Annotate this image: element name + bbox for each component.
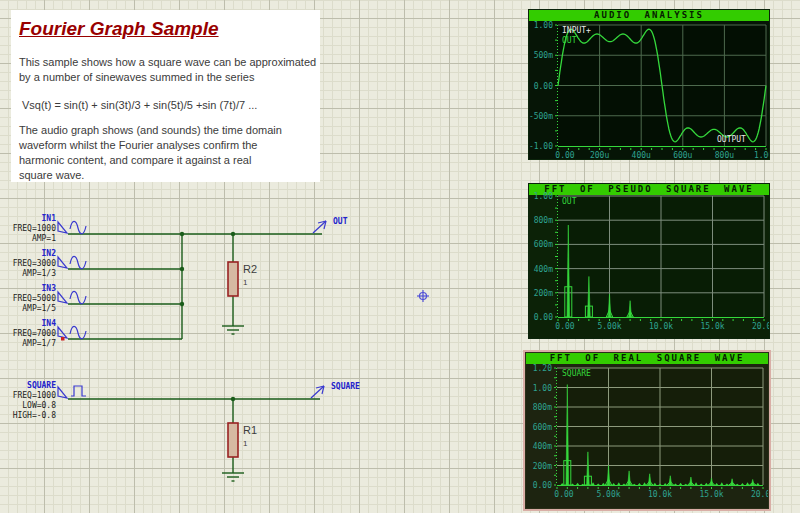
svg-text:5.00k: 5.00k [597,322,621,331]
svg-text:400u: 400u [632,151,651,159]
sine-wave-icon [70,326,86,338]
svg-text:20.0k: 20.0k [752,322,769,331]
svg-text:400m: 400m [533,442,552,451]
generator-icon-in3[interactable] [58,291,86,303]
generator-param: FREQ=1000 [1,391,56,401]
resistor-body[interactable] [228,423,238,457]
generator-label-in1[interactable]: IN1FREQ=1000AMP=1 [1,214,56,244]
svg-text:800m: 800m [533,403,552,412]
square-wave-icon [71,386,86,396]
schematic-canvas[interactable]: Fourier Graph Sample This sample shows h… [0,0,800,513]
generator-icon-in1[interactable] [58,221,86,233]
generator-label-in2[interactable]: IN2FREQ=3000AMP=1/3 [1,249,56,279]
graph-legend: OUTPUT [717,135,746,144]
svg-text:1.00m: 1.00m [754,151,769,159]
svg-text:800m: 800m [534,216,553,225]
svg-text:0.00: 0.00 [555,151,574,159]
generator-param: AMP=1 [1,234,56,244]
graph-legend: OUT [562,197,577,206]
generator-label-square[interactable]: SQUAREFREQ=1000LOW=0.8HIGH=-0.8 [1,381,56,421]
graph-plot-g3[interactable]: 1.201.00800m600m400m200m0.000.005.00k10.… [526,353,768,508]
svg-text:-500m: -500m [529,112,553,121]
generator-param: AMP=1/5 [1,304,56,314]
svg-text:0.00: 0.00 [555,322,574,331]
svg-text:0.00: 0.00 [534,313,553,322]
sine-wave-icon [70,256,86,268]
svg-text:0.00: 0.00 [534,82,553,91]
net-label-out[interactable]: OUT [333,217,347,226]
generator-label-in4[interactable]: IN4FREQ=7000AMP=1/7 [1,319,56,349]
generator-name: SQUARE [1,381,56,391]
graph-selection-border[interactable]: FFT OF REAL SQUARE WAVE 1.201.00800m600m… [523,350,771,511]
svg-text:1.00: 1.00 [534,21,553,30]
graph-plot-g2[interactable]: 1.00800m600m400m200m0.000.005.00k10.0k15… [529,184,769,338]
generator-label-in3[interactable]: IN3FREQ=5000AMP=1/5 [1,284,56,314]
resistor-ref-r1[interactable]: R1 [243,424,257,436]
svg-text:200m: 200m [534,289,553,298]
generator-param: AMP=1/7 [1,339,56,349]
generator-param: FREQ=7000 [1,329,56,339]
generator-param: HIGH=-0.8 [1,411,56,421]
svg-text:-1.00: -1.00 [529,142,553,151]
generator-name: IN4 [1,319,56,329]
svg-text:0.00: 0.00 [554,490,573,499]
svg-text:600m: 600m [534,240,553,249]
generator-param: AMP=1/3 [1,269,56,279]
generator-name: IN1 [1,214,56,224]
svg-text:1.20: 1.20 [533,364,552,373]
graph-legend: SQUARE [562,369,591,378]
svg-text:600m: 600m [533,423,552,432]
resistor-body[interactable] [228,262,238,296]
svg-text:500m: 500m [534,51,553,60]
graph-plot-g1[interactable]: 1.00500m0.00-500m-1.000.00200u400u600u80… [529,10,769,159]
graph-window-fft-pseudo[interactable]: FFT OF PSEUDO SQUARE WAVE 1.00800m600m40… [528,183,770,339]
svg-text:20.0k: 20.0k [751,490,768,499]
svg-text:5.00k: 5.00k [596,490,620,499]
resistor-value-r1[interactable]: 1 [243,439,247,448]
graph-window-audio-analysis[interactable]: AUDIO ANALYSIS 1.00500m0.00-500m-1.000.0… [528,9,770,160]
generator-name: IN3 [1,284,56,294]
svg-text:10.0k: 10.0k [648,490,672,499]
generator-param: FREQ=5000 [1,294,56,304]
svg-text:15.0k: 15.0k [700,322,724,331]
svg-text:400m: 400m [534,265,553,274]
net-label-arrow[interactable] [311,386,324,398]
resistor-ref-r2[interactable]: R2 [243,263,257,275]
svg-text:200u: 200u [590,151,609,159]
generator-icon-square[interactable] [58,386,86,398]
net-label-square[interactable]: SQUARE [331,382,360,391]
generator-icon-in4[interactable] [58,326,86,338]
net-label-arrow[interactable] [313,221,326,233]
resistor-value-r2[interactable]: 1 [243,278,247,287]
sine-wave-icon [70,221,86,233]
pin-marker [61,337,65,341]
svg-text:600u: 600u [673,151,692,159]
svg-text:1.00: 1.00 [533,384,552,393]
generator-name: IN2 [1,249,56,259]
graph-window-fft-real[interactable]: FFT OF REAL SQUARE WAVE 1.201.00800m600m… [525,352,769,509]
svg-text:200m: 200m [533,462,552,471]
svg-text:15.0k: 15.0k [699,490,723,499]
graph-legend: OUT [562,36,577,45]
generator-param: FREQ=1000 [1,224,56,234]
svg-text:0.00: 0.00 [533,481,552,490]
generator-icon-in2[interactable] [58,256,86,268]
svg-text:10.0k: 10.0k [649,322,673,331]
sine-wave-icon [70,291,86,303]
svg-text:800u: 800u [715,151,734,159]
svg-text:1.00: 1.00 [534,192,553,201]
origin-marker [417,290,429,302]
generator-param: FREQ=3000 [1,259,56,269]
graph-legend: INPUT+ [562,26,591,35]
generator-param: LOW=0.8 [1,401,56,411]
